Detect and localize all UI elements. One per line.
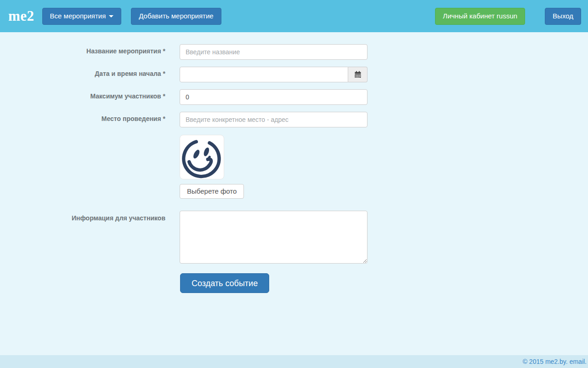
all-events-label: Все мероприятия — [50, 12, 106, 21]
navbar-right: Личный кабинет russun Выход — [435, 8, 581, 25]
form-row-photo-preview — [25, 134, 563, 179]
footer: © 2015 me2.by. email. — [0, 355, 588, 368]
max-participants-input[interactable] — [180, 89, 368, 105]
account-button[interactable]: Личный кабинет russun — [435, 8, 525, 25]
create-event-button[interactable]: Создать событие — [180, 273, 269, 293]
max-participants-label: Максимум участников * — [25, 89, 180, 100]
choose-photo-button[interactable]: Выберете фото — [180, 184, 244, 199]
smiley-face-image — [180, 135, 224, 179]
form-row-photo-button: Выберете фото — [25, 184, 563, 199]
info-label: Информация для участников — [25, 211, 180, 222]
form-row-place: Место проведения * — [25, 112, 563, 127]
datetime-label: Дата и время начала * — [25, 67, 180, 77]
title-input[interactable] — [180, 44, 368, 60]
form-row-title: Название мероприятия * — [25, 44, 563, 60]
datetime-input-group — [180, 67, 368, 82]
all-events-dropdown-button[interactable]: Все мероприятия — [42, 8, 122, 25]
caret-down-icon — [109, 15, 113, 17]
form-row-max-participants: Максимум участников * — [25, 89, 563, 105]
main-content: Название мероприятия * Дата и время нача… — [0, 32, 588, 355]
datetime-input[interactable] — [180, 67, 348, 82]
form-row-submit: Создать событие — [25, 273, 563, 293]
brand-logo[interactable]: me2 — [8, 8, 34, 24]
event-photo-preview — [180, 135, 224, 179]
place-input[interactable] — [180, 112, 368, 127]
footer-copyright: © 2015 me2.by. — [523, 358, 568, 365]
logout-button[interactable]: Выход — [545, 8, 581, 25]
form-row-datetime: Дата и время начала * — [25, 67, 563, 82]
create-event-form: Название мероприятия * Дата и время нача… — [25, 44, 563, 293]
calendar-icon — [354, 71, 362, 78]
place-label: Место проведения * — [25, 112, 180, 122]
footer-email-link[interactable]: email. — [570, 358, 587, 365]
calendar-picker-button[interactable] — [348, 67, 368, 82]
page: me2 Все мероприятия Добавить мероприятие… — [0, 0, 588, 368]
navbar: me2 Все мероприятия Добавить мероприятие… — [0, 0, 588, 32]
add-event-button[interactable]: Добавить мероприятие — [131, 8, 221, 25]
form-row-info: Информация для участников — [25, 211, 563, 265]
info-textarea[interactable] — [180, 211, 368, 264]
title-label: Название мероприятия * — [25, 44, 180, 55]
